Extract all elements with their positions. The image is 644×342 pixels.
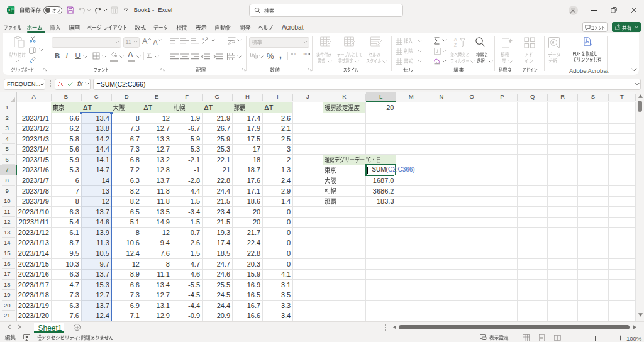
svg-text:.00: .00 <box>303 53 308 56</box>
svg-text:a: a <box>202 37 204 41</box>
svg-text:X: X <box>8 8 11 12</box>
svg-text:Z: Z <box>454 43 457 47</box>
svg-text:.0: .0 <box>294 53 296 56</box>
svg-text:A: A <box>454 37 457 41</box>
